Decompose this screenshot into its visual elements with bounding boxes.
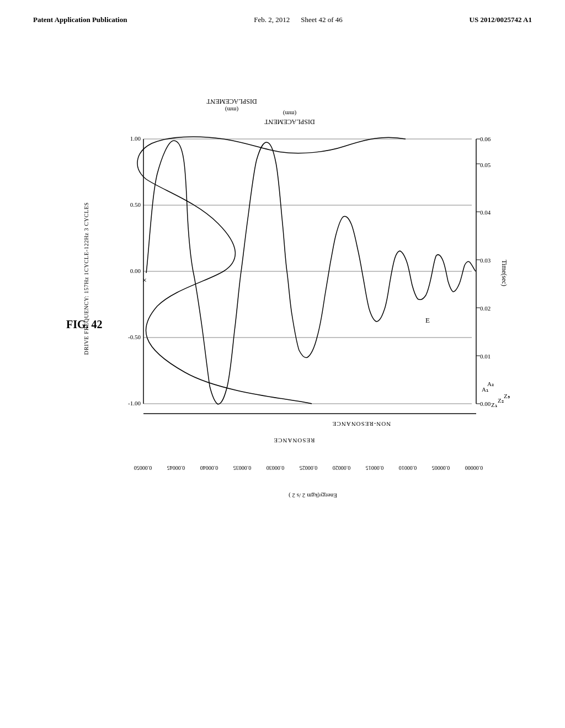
y-tick-4: -0.50 — [128, 334, 141, 340]
a2-label: A₂ — [487, 381, 494, 387]
x-tick-0.03: 0.03 — [480, 257, 491, 264]
header-date: Feb. 2, 2012 — [254, 15, 290, 24]
x-tick-0.05: 0.05 — [480, 162, 491, 168]
header-center: Feb. 2, 2012 Sheet 42 of 46 — [254, 15, 342, 24]
page-header: Patent Application Publication Feb. 2, 2… — [0, 0, 565, 24]
x-tick-0.01: 0.01 — [480, 353, 491, 360]
e-tick-10: 0.00050 — [134, 465, 152, 471]
y-tick-1: 1.00 — [130, 135, 141, 142]
e-label: E — [425, 316, 430, 324]
e-tick-6: 0.00030 — [266, 465, 285, 471]
z1-label: Z₁ — [491, 402, 497, 408]
e-tick-0: 0.00000 — [465, 465, 483, 471]
main-waveform — [146, 141, 476, 404]
x-tick-0.06: 0.06 — [480, 136, 491, 142]
header-publication: Patent Application Publication — [33, 15, 127, 24]
chart-svg: DISPLACEMENT (mm) DISPLACEMENT (mm) 1.00… — [30, 85, 538, 665]
displacement-label: DISPLACEMENT — [264, 118, 315, 126]
chart-container: DISPLACEMENT (mm) DISPLACEMENT (mm) 1.00… — [30, 85, 538, 665]
e-tick-2: 0.00010 — [399, 465, 417, 471]
energy-axis-title: Energy(kgm 2 /s 2 ) — [289, 492, 337, 499]
e-tick-4: 0.00020 — [333, 465, 351, 471]
displacement-unit: (mm) — [282, 110, 296, 117]
z2-label: Z₂ — [498, 397, 504, 404]
e-tick-9: 0.00045 — [167, 465, 185, 471]
y-axis-title: DISPLACEMENT — [206, 98, 257, 105]
y-tick-2: 0.50 — [130, 201, 141, 208]
e-tick-5: 0.00025 — [300, 465, 318, 471]
x-tick-0.00: 0.00 — [480, 400, 491, 407]
z3-label: Z₃ — [504, 393, 510, 399]
time-axis-label: Time(sec) — [500, 260, 508, 286]
header-sheet: Sheet 42 of 46 — [301, 15, 342, 24]
resonance-label: RESONANCE — [273, 437, 315, 444]
non-resonance-label: NON-RESONANCE — [332, 421, 391, 427]
y-axis-unit: (mm) — [225, 106, 238, 113]
drive-freq-label: DRIVE FREQUENCY: 157Hz 1CYCLE-122Hz 3 CY… — [83, 202, 89, 355]
waveform-line-1 — [137, 137, 406, 404]
e-tick-1: 0.00005 — [432, 465, 450, 471]
y-tick-5: -1.00 — [128, 400, 141, 406]
header-patent: US 2012/0025742 A1 — [470, 15, 532, 24]
e-tick-7: 0.00035 — [233, 465, 252, 471]
e-tick-3: 0.00015 — [366, 465, 384, 471]
x-tick-0.04: 0.04 — [480, 209, 491, 216]
y-tick-3: 0.00 — [130, 267, 141, 274]
e-tick-8: 0.00040 — [200, 465, 218, 471]
x-tick-0.02: 0.02 — [480, 305, 491, 312]
x-mark: × — [142, 276, 147, 285]
